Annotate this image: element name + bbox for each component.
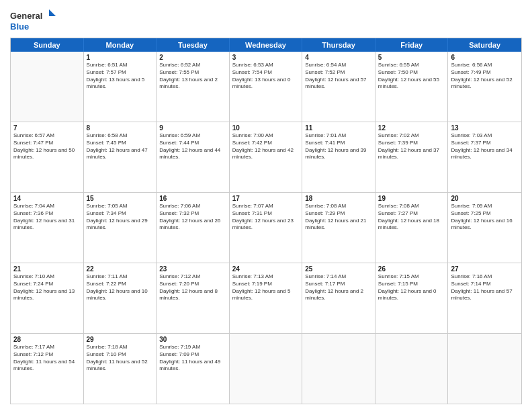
day-info: Sunrise: 7:13 AMSunset: 7:19 PMDaylight:… (232, 273, 300, 302)
calendar-cell: 1Sunrise: 6:51 AMSunset: 7:57 PMDaylight… (84, 52, 157, 122)
day-info: Sunrise: 7:03 AMSunset: 7:37 PMDaylight:… (451, 132, 519, 161)
day-number: 1 (87, 54, 154, 61)
day-number: 16 (159, 195, 226, 202)
calendar-cell: 2Sunrise: 6:52 AMSunset: 7:55 PMDaylight… (157, 52, 230, 122)
day-number: 5 (378, 54, 445, 61)
calendar-cell: 30Sunrise: 7:19 AMSunset: 7:09 PMDayligh… (157, 334, 230, 404)
page: General Blue SundayMondayTuesdayWednesda… (0, 0, 532, 411)
calendar-row: 28Sunrise: 7:17 AMSunset: 7:12 PMDayligh… (11, 334, 521, 404)
calendar-header-cell: Sunday (11, 38, 84, 52)
day-number: 12 (378, 124, 445, 132)
day-number: 17 (232, 195, 300, 202)
day-number: 13 (451, 124, 519, 132)
day-info: Sunrise: 7:10 AMSunset: 7:24 PMDaylight:… (13, 273, 81, 302)
day-info: Sunrise: 7:08 AMSunset: 7:27 PMDaylight:… (378, 203, 445, 232)
calendar-row: 21Sunrise: 7:10 AMSunset: 7:24 PMDayligh… (11, 263, 521, 334)
calendar-header-cell: Monday (84, 38, 157, 52)
calendar-cell: 16Sunrise: 7:06 AMSunset: 7:32 PMDayligh… (157, 193, 230, 263)
calendar-cell: 23Sunrise: 7:12 AMSunset: 7:20 PMDayligh… (157, 263, 230, 333)
calendar-cell: 14Sunrise: 7:04 AMSunset: 7:36 PMDayligh… (11, 193, 84, 263)
calendar-cell: 24Sunrise: 7:13 AMSunset: 7:19 PMDayligh… (230, 263, 303, 333)
day-number: 6 (451, 54, 519, 61)
calendar-cell: 25Sunrise: 7:14 AMSunset: 7:17 PMDayligh… (302, 263, 375, 333)
day-info: Sunrise: 7:12 AMSunset: 7:20 PMDaylight:… (159, 273, 226, 302)
calendar-cell: 10Sunrise: 7:00 AMSunset: 7:42 PMDayligh… (230, 122, 303, 192)
day-info: Sunrise: 6:53 AMSunset: 7:54 PMDaylight:… (232, 62, 300, 91)
calendar-cell: 20Sunrise: 7:09 AMSunset: 7:25 PMDayligh… (448, 193, 521, 263)
day-number: 20 (451, 195, 519, 202)
day-number: 19 (378, 195, 445, 202)
calendar-header-cell: Friday (375, 38, 449, 52)
calendar-header-cell: Wednesday (230, 38, 303, 52)
calendar-cell: 18Sunrise: 7:08 AMSunset: 7:29 PMDayligh… (302, 193, 375, 263)
calendar-cell: 8Sunrise: 6:58 AMSunset: 7:45 PMDaylight… (84, 122, 157, 192)
calendar-cell: 4Sunrise: 6:54 AMSunset: 7:52 PMDaylight… (302, 52, 375, 122)
day-number: 28 (13, 336, 81, 343)
day-info: Sunrise: 6:58 AMSunset: 7:45 PMDaylight:… (87, 132, 154, 161)
calendar-cell: 7Sunrise: 6:57 AMSunset: 7:47 PMDaylight… (11, 122, 84, 192)
day-number: 22 (87, 265, 154, 273)
calendar-cell: 9Sunrise: 6:59 AMSunset: 7:44 PMDaylight… (157, 122, 230, 192)
calendar-cell: 5Sunrise: 6:55 AMSunset: 7:50 PMDaylight… (375, 52, 449, 122)
calendar-cell: 6Sunrise: 6:56 AMSunset: 7:49 PMDaylight… (448, 52, 521, 122)
day-info: Sunrise: 7:08 AMSunset: 7:29 PMDaylight:… (305, 203, 372, 232)
calendar-header-cell: Tuesday (157, 38, 230, 52)
day-number: 29 (87, 336, 154, 343)
calendar-cell: 19Sunrise: 7:08 AMSunset: 7:27 PMDayligh… (375, 193, 449, 263)
day-info: Sunrise: 7:09 AMSunset: 7:25 PMDaylight:… (451, 203, 519, 232)
day-info: Sunrise: 6:51 AMSunset: 7:57 PMDaylight:… (87, 62, 154, 91)
day-number: 11 (305, 124, 372, 132)
day-number: 26 (378, 265, 445, 273)
day-info: Sunrise: 6:52 AMSunset: 7:55 PMDaylight:… (159, 62, 226, 91)
day-info: Sunrise: 6:56 AMSunset: 7:49 PMDaylight:… (451, 62, 519, 91)
day-number: 14 (13, 195, 81, 202)
day-info: Sunrise: 7:05 AMSunset: 7:34 PMDaylight:… (87, 203, 154, 232)
day-info: Sunrise: 7:17 AMSunset: 7:12 PMDaylight:… (13, 344, 81, 373)
calendar-row: 7Sunrise: 6:57 AMSunset: 7:47 PMDaylight… (11, 122, 521, 193)
calendar-cell (302, 334, 375, 404)
calendar: SundayMondayTuesdayWednesdayThursdayFrid… (10, 38, 522, 404)
day-number: 15 (87, 195, 154, 202)
day-info: Sunrise: 6:57 AMSunset: 7:47 PMDaylight:… (13, 132, 81, 161)
calendar-cell: 28Sunrise: 7:17 AMSunset: 7:12 PMDayligh… (11, 334, 84, 404)
calendar-row: 14Sunrise: 7:04 AMSunset: 7:36 PMDayligh… (11, 193, 521, 263)
day-number: 25 (305, 265, 372, 273)
calendar-cell: 26Sunrise: 7:15 AMSunset: 7:15 PMDayligh… (375, 263, 449, 333)
calendar-cell (375, 334, 449, 404)
calendar-header-cell: Thursday (302, 38, 375, 52)
calendar-cell: 13Sunrise: 7:03 AMSunset: 7:37 PMDayligh… (448, 122, 521, 192)
day-number: 21 (13, 265, 81, 273)
day-number: 30 (159, 336, 226, 343)
day-number: 8 (87, 124, 154, 132)
day-number: 7 (13, 124, 81, 132)
day-number: 27 (451, 265, 519, 273)
day-number: 4 (305, 54, 372, 61)
header: General Blue (10, 7, 522, 34)
day-number: 9 (159, 124, 226, 132)
calendar-header-cell: Saturday (448, 38, 521, 52)
calendar-cell: 12Sunrise: 7:02 AMSunset: 7:39 PMDayligh… (375, 122, 449, 192)
calendar-cell (11, 52, 84, 122)
day-info: Sunrise: 6:59 AMSunset: 7:44 PMDaylight:… (159, 132, 226, 161)
svg-text:General: General (10, 11, 42, 21)
day-info: Sunrise: 7:01 AMSunset: 7:41 PMDaylight:… (305, 132, 372, 161)
day-number: 10 (232, 124, 300, 132)
day-info: Sunrise: 7:07 AMSunset: 7:31 PMDaylight:… (232, 203, 300, 232)
calendar-cell: 22Sunrise: 7:11 AMSunset: 7:22 PMDayligh… (84, 263, 157, 333)
day-info: Sunrise: 7:16 AMSunset: 7:14 PMDaylight:… (451, 273, 519, 302)
day-info: Sunrise: 7:04 AMSunset: 7:36 PMDaylight:… (13, 203, 81, 232)
calendar-row: 1Sunrise: 6:51 AMSunset: 7:57 PMDaylight… (11, 52, 521, 122)
day-info: Sunrise: 7:00 AMSunset: 7:42 PMDaylight:… (232, 132, 300, 161)
calendar-cell: 11Sunrise: 7:01 AMSunset: 7:41 PMDayligh… (302, 122, 375, 192)
day-number: 3 (232, 54, 300, 61)
day-info: Sunrise: 7:06 AMSunset: 7:32 PMDaylight:… (159, 203, 226, 232)
day-info: Sunrise: 6:55 AMSunset: 7:50 PMDaylight:… (378, 62, 445, 91)
day-info: Sunrise: 7:18 AMSunset: 7:10 PMDaylight:… (87, 344, 154, 373)
calendar-cell: 27Sunrise: 7:16 AMSunset: 7:14 PMDayligh… (448, 263, 521, 333)
calendar-cell: 29Sunrise: 7:18 AMSunset: 7:10 PMDayligh… (84, 334, 157, 404)
svg-marker-2 (49, 9, 56, 16)
svg-text:Blue: Blue (10, 21, 29, 32)
day-info: Sunrise: 7:14 AMSunset: 7:17 PMDaylight:… (305, 273, 372, 302)
calendar-cell: 17Sunrise: 7:07 AMSunset: 7:31 PMDayligh… (230, 193, 303, 263)
day-info: Sunrise: 7:11 AMSunset: 7:22 PMDaylight:… (87, 273, 154, 302)
